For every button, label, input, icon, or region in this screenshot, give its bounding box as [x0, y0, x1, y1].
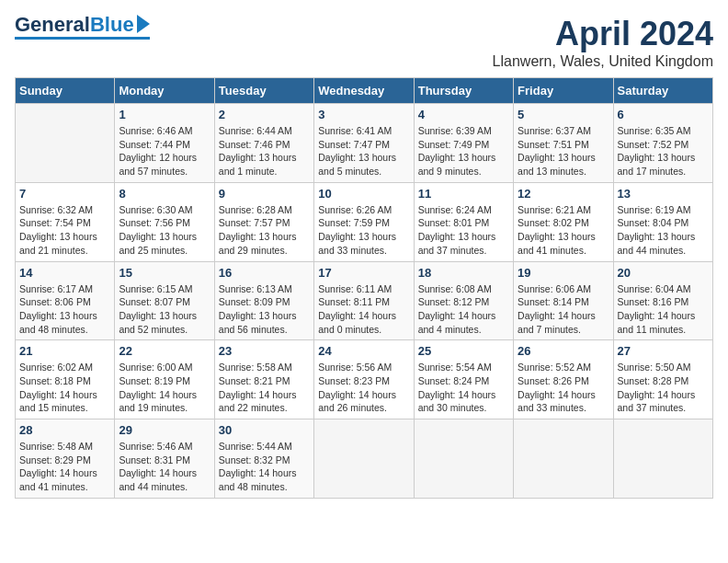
calendar-cell: 6Sunrise: 6:35 AM Sunset: 7:52 PM Daylig…: [613, 104, 712, 183]
logo-blue: Blue: [90, 15, 134, 35]
calendar-week-5: 28Sunrise: 5:48 AM Sunset: 8:29 PM Dayli…: [16, 419, 713, 499]
calendar-cell: [514, 419, 613, 499]
day-number: 22: [119, 344, 210, 358]
calendar-cell: 23Sunrise: 5:58 AM Sunset: 8:21 PM Dayli…: [214, 340, 313, 419]
day-number: 12: [518, 187, 609, 201]
day-number: 11: [418, 187, 509, 201]
day-info: Sunrise: 6:24 AM Sunset: 8:01 PM Dayligh…: [418, 203, 509, 258]
location-title: Llanwern, Wales, United Kingdom: [493, 53, 713, 70]
calendar-cell: 19Sunrise: 6:06 AM Sunset: 8:14 PM Dayli…: [514, 261, 613, 340]
day-number: 7: [19, 187, 110, 201]
day-info: Sunrise: 5:44 AM Sunset: 8:32 PM Dayligh…: [219, 440, 310, 494]
calendar-cell: 4Sunrise: 6:39 AM Sunset: 7:49 PM Daylig…: [414, 104, 513, 183]
logo-general: General: [15, 15, 90, 35]
calendar-table: SundayMondayTuesdayWednesdayThursdayFrid…: [15, 77, 713, 499]
day-info: Sunrise: 5:56 AM Sunset: 8:23 PM Dayligh…: [318, 361, 409, 415]
day-number: 19: [518, 266, 609, 280]
day-info: Sunrise: 6:04 AM Sunset: 8:16 PM Dayligh…: [618, 282, 709, 337]
day-number: 17: [318, 266, 409, 280]
day-info: Sunrise: 5:58 AM Sunset: 8:21 PM Dayligh…: [219, 361, 310, 415]
day-number: 24: [318, 344, 409, 358]
day-number: 14: [19, 266, 110, 280]
calendar-cell: 28Sunrise: 5:48 AM Sunset: 8:29 PM Dayli…: [16, 419, 115, 499]
calendar-cell: 16Sunrise: 6:13 AM Sunset: 8:09 PM Dayli…: [214, 261, 313, 340]
day-info: Sunrise: 6:19 AM Sunset: 8:04 PM Dayligh…: [618, 203, 709, 258]
day-info: Sunrise: 6:11 AM Sunset: 8:11 PM Dayligh…: [318, 282, 409, 337]
calendar-cell: 21Sunrise: 6:02 AM Sunset: 8:18 PM Dayli…: [16, 340, 115, 419]
header-cell-friday: Friday: [514, 78, 613, 104]
day-number: 18: [418, 266, 509, 280]
day-info: Sunrise: 6:06 AM Sunset: 8:14 PM Dayligh…: [518, 282, 609, 337]
calendar-cell: 7Sunrise: 6:32 AM Sunset: 7:54 PM Daylig…: [16, 182, 115, 261]
calendar-cell: 18Sunrise: 6:08 AM Sunset: 8:12 PM Dayli…: [414, 261, 513, 340]
title-area: April 2024 Llanwern, Wales, United Kingd…: [493, 15, 713, 70]
day-info: Sunrise: 6:44 AM Sunset: 7:46 PM Dayligh…: [219, 124, 310, 178]
logo-underline: [15, 37, 150, 40]
calendar-cell: 14Sunrise: 6:17 AM Sunset: 8:06 PM Dayli…: [16, 261, 115, 340]
day-number: 3: [318, 108, 409, 121]
day-info: Sunrise: 6:30 AM Sunset: 7:56 PM Dayligh…: [119, 203, 210, 258]
calendar-cell: 8Sunrise: 6:30 AM Sunset: 7:56 PM Daylig…: [115, 182, 214, 261]
day-number: 5: [518, 108, 609, 121]
day-number: 8: [119, 187, 210, 201]
calendar-cell: [414, 419, 513, 499]
calendar-cell: 5Sunrise: 6:37 AM Sunset: 7:51 PM Daylig…: [514, 104, 613, 183]
day-info: Sunrise: 5:54 AM Sunset: 8:24 PM Dayligh…: [418, 361, 509, 415]
header-cell-sunday: Sunday: [16, 78, 115, 104]
day-number: 25: [418, 344, 509, 358]
day-info: Sunrise: 6:17 AM Sunset: 8:06 PM Dayligh…: [19, 282, 110, 337]
day-number: 9: [219, 187, 310, 201]
day-number: 10: [318, 187, 409, 201]
calendar-cell: 12Sunrise: 6:21 AM Sunset: 8:02 PM Dayli…: [514, 182, 613, 261]
day-number: 16: [219, 266, 310, 280]
calendar-cell: 29Sunrise: 5:46 AM Sunset: 8:31 PM Dayli…: [115, 419, 214, 499]
day-info: Sunrise: 6:21 AM Sunset: 8:02 PM Dayligh…: [518, 203, 609, 258]
calendar-cell: [16, 104, 115, 183]
day-number: 29: [119, 423, 210, 437]
day-number: 26: [518, 344, 609, 358]
calendar-week-2: 7Sunrise: 6:32 AM Sunset: 7:54 PM Daylig…: [16, 182, 713, 261]
logo-arrow-icon: [137, 15, 150, 33]
calendar-week-3: 14Sunrise: 6:17 AM Sunset: 8:06 PM Dayli…: [16, 261, 713, 340]
day-info: Sunrise: 6:00 AM Sunset: 8:19 PM Dayligh…: [119, 361, 210, 415]
day-number: 28: [19, 423, 110, 437]
day-number: 1: [119, 108, 210, 121]
calendar-cell: 2Sunrise: 6:44 AM Sunset: 7:46 PM Daylig…: [214, 104, 313, 183]
logo: GeneralBlue: [15, 15, 150, 40]
calendar-header-row: SundayMondayTuesdayWednesdayThursdayFrid…: [16, 78, 713, 104]
day-number: 30: [219, 423, 310, 437]
calendar-cell: 22Sunrise: 6:00 AM Sunset: 8:19 PM Dayli…: [115, 340, 214, 419]
calendar-cell: 3Sunrise: 6:41 AM Sunset: 7:47 PM Daylig…: [314, 104, 414, 183]
calendar-cell: [613, 419, 712, 499]
calendar-cell: 24Sunrise: 5:56 AM Sunset: 8:23 PM Dayli…: [314, 340, 414, 419]
day-info: Sunrise: 6:37 AM Sunset: 7:51 PM Dayligh…: [518, 124, 609, 178]
day-number: 23: [219, 344, 310, 358]
day-info: Sunrise: 5:48 AM Sunset: 8:29 PM Dayligh…: [19, 440, 110, 494]
day-info: Sunrise: 6:39 AM Sunset: 7:49 PM Dayligh…: [418, 124, 509, 178]
day-info: Sunrise: 6:08 AM Sunset: 8:12 PM Dayligh…: [418, 282, 509, 337]
calendar-cell: 9Sunrise: 6:28 AM Sunset: 7:57 PM Daylig…: [214, 182, 313, 261]
day-number: 15: [119, 266, 210, 280]
calendar-cell: [314, 419, 414, 499]
calendar-week-1: 1Sunrise: 6:46 AM Sunset: 7:44 PM Daylig…: [16, 104, 713, 183]
calendar-cell: 15Sunrise: 6:15 AM Sunset: 8:07 PM Dayli…: [115, 261, 214, 340]
header: GeneralBlue April 2024 Llanwern, Wales, …: [15, 15, 713, 70]
calendar-cell: 25Sunrise: 5:54 AM Sunset: 8:24 PM Dayli…: [414, 340, 513, 419]
day-info: Sunrise: 6:15 AM Sunset: 8:07 PM Dayligh…: [119, 282, 210, 337]
day-number: 20: [618, 266, 709, 280]
header-cell-wednesday: Wednesday: [314, 78, 414, 104]
day-info: Sunrise: 6:35 AM Sunset: 7:52 PM Dayligh…: [618, 124, 709, 178]
day-number: 21: [19, 344, 110, 358]
day-number: 4: [418, 108, 509, 121]
day-info: Sunrise: 6:41 AM Sunset: 7:47 PM Dayligh…: [318, 124, 409, 178]
header-cell-thursday: Thursday: [414, 78, 513, 104]
day-info: Sunrise: 6:32 AM Sunset: 7:54 PM Dayligh…: [19, 203, 110, 258]
header-cell-tuesday: Tuesday: [214, 78, 313, 104]
day-number: 13: [618, 187, 709, 201]
day-number: 6: [618, 108, 709, 121]
calendar-cell: 30Sunrise: 5:44 AM Sunset: 8:32 PM Dayli…: [214, 419, 313, 499]
day-info: Sunrise: 5:46 AM Sunset: 8:31 PM Dayligh…: [119, 440, 210, 494]
day-info: Sunrise: 6:13 AM Sunset: 8:09 PM Dayligh…: [219, 282, 310, 337]
calendar-cell: 10Sunrise: 6:26 AM Sunset: 7:59 PM Dayli…: [314, 182, 414, 261]
day-info: Sunrise: 5:50 AM Sunset: 8:28 PM Dayligh…: [618, 361, 709, 415]
